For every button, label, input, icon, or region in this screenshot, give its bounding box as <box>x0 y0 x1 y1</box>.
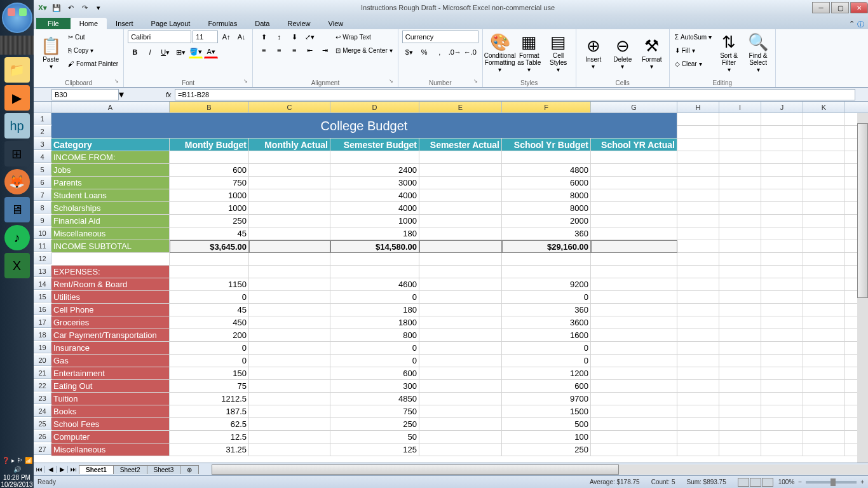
category-header[interactable]: School Yr Budget <box>502 139 591 151</box>
cell[interactable]: Car Payment/Transportation <box>51 329 170 342</box>
row-header[interactable]: 24 <box>34 405 51 417</box>
fill-color-button[interactable]: 🪣▾ <box>189 46 203 58</box>
cell[interactable] <box>719 380 761 393</box>
cell[interactable]: 1500 <box>502 405 591 418</box>
cell[interactable] <box>761 329 803 342</box>
cell[interactable]: Tuition <box>51 393 170 405</box>
cell[interactable] <box>170 266 249 278</box>
cell[interactable]: Books <box>51 405 170 418</box>
cell[interactable]: 180 <box>330 304 419 316</box>
cell[interactable] <box>677 177 719 189</box>
cell[interactable] <box>677 367 719 380</box>
cell[interactable]: 200 <box>170 329 249 342</box>
column-header[interactable]: J <box>761 102 803 113</box>
row-header[interactable]: 21 <box>34 367 51 379</box>
cell[interactable] <box>677 227 719 240</box>
cell[interactable] <box>677 126 719 139</box>
cell[interactable] <box>249 444 330 456</box>
category-header[interactable]: School YR Actual <box>591 139 677 151</box>
tab-formulas[interactable]: Formulas <box>199 18 246 29</box>
cell[interactable] <box>419 418 502 431</box>
cell[interactable] <box>591 393 677 405</box>
cell[interactable]: $29,160.00 <box>502 240 591 253</box>
cell[interactable]: 800 <box>330 329 419 342</box>
cell[interactable]: 1212.5 <box>170 393 249 405</box>
cell[interactable] <box>761 139 803 151</box>
category-header[interactable]: Monthly Actual <box>249 139 330 151</box>
cell[interactable] <box>803 444 845 456</box>
row-header[interactable]: 17 <box>34 316 51 328</box>
cell[interactable]: 2400 <box>330 164 419 177</box>
cell[interactable] <box>761 431 803 444</box>
cell[interactable]: 180 <box>330 227 419 240</box>
cell[interactable] <box>677 291 719 304</box>
cell[interactable]: Gas <box>51 355 170 367</box>
cell[interactable]: Eating Out <box>51 380 170 393</box>
increase-decimal-icon[interactable]: .0→ <box>448 46 462 58</box>
cell[interactable]: 9200 <box>502 278 591 291</box>
cell[interactable] <box>677 405 719 418</box>
cell[interactable] <box>761 367 803 380</box>
cell[interactable] <box>719 266 761 278</box>
cell[interactable]: 1000 <box>330 215 419 227</box>
cell[interactable] <box>677 113 719 126</box>
cell[interactable]: 2000 <box>502 215 591 227</box>
cell[interactable]: 8000 <box>502 189 591 202</box>
zoom-in-icon[interactable]: + <box>860 478 864 485</box>
cell[interactable] <box>677 164 719 177</box>
grow-font-icon[interactable]: A↑ <box>219 30 233 43</box>
cell[interactable] <box>591 405 677 418</box>
cell[interactable]: 4800 <box>502 164 591 177</box>
cell[interactable]: 0 <box>330 291 419 304</box>
cell[interactable] <box>591 367 677 380</box>
cell[interactable]: Miscellaneous <box>51 227 170 240</box>
cell[interactable] <box>719 189 761 202</box>
cell[interactable]: 4000 <box>330 202 419 215</box>
cell[interactable] <box>803 304 845 316</box>
cell[interactable]: 450 <box>170 316 249 329</box>
cell[interactable] <box>677 329 719 342</box>
cell[interactable] <box>719 355 761 367</box>
cell[interactable] <box>677 278 719 291</box>
cell[interactable] <box>249 367 330 380</box>
new-sheet-icon[interactable]: ⊕ <box>180 465 199 474</box>
column-header[interactable]: C <box>249 102 330 113</box>
cell[interactable] <box>419 304 502 316</box>
cell[interactable]: 50 <box>330 431 419 444</box>
row-header[interactable]: 18 <box>34 329 51 341</box>
cell[interactable] <box>677 266 719 278</box>
cell[interactable]: 1800 <box>330 316 419 329</box>
title-cell[interactable]: College Budget <box>51 113 677 139</box>
zoom-label[interactable]: 100% <box>778 478 795 485</box>
cell[interactable] <box>591 418 677 431</box>
cell[interactable] <box>677 240 719 253</box>
number-format-combo[interactable] <box>402 30 478 43</box>
cell[interactable] <box>761 405 803 418</box>
cell[interactable] <box>761 291 803 304</box>
cell[interactable] <box>591 151 677 164</box>
cell[interactable]: 0 <box>170 342 249 355</box>
cell[interactable]: Insurance <box>51 342 170 355</box>
cell[interactable]: 8000 <box>502 202 591 215</box>
row-header[interactable]: 20 <box>34 355 51 366</box>
cell[interactable] <box>591 342 677 355</box>
cell[interactable] <box>330 253 419 266</box>
cell[interactable] <box>330 151 419 164</box>
column-header[interactable]: F <box>502 102 591 113</box>
row-header[interactable]: 5 <box>34 164 51 175</box>
cell[interactable] <box>249 329 330 342</box>
clock-time[interactable]: 10:28 PM <box>0 474 34 481</box>
cell[interactable] <box>249 278 330 291</box>
delete-cells-button[interactable]: ⊖Delete▾ <box>609 30 636 75</box>
page-break-view-icon[interactable] <box>762 478 773 487</box>
cell[interactable] <box>677 202 719 215</box>
cell[interactable] <box>803 316 845 329</box>
align-middle-icon[interactable]: ↕ <box>272 30 286 43</box>
zoom-out-icon[interactable]: − <box>798 478 802 485</box>
cell[interactable] <box>719 253 761 266</box>
cell[interactable] <box>419 291 502 304</box>
bold-button[interactable]: B <box>128 46 142 58</box>
cell[interactable] <box>803 393 845 405</box>
cell[interactable] <box>803 278 845 291</box>
sheet-nav-last-icon[interactable]: ⏭ <box>68 466 79 473</box>
